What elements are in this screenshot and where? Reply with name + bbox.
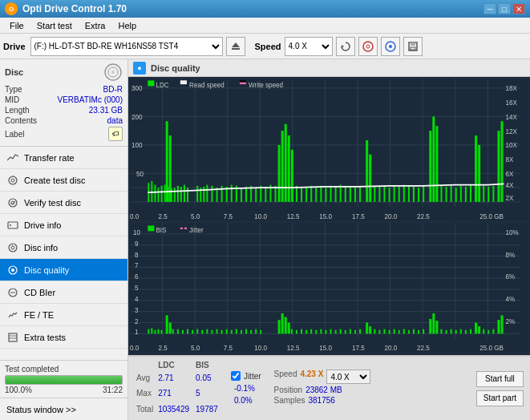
disc-label-icon: 🏷 bbox=[108, 127, 123, 141]
progress-label-row: Test completed bbox=[5, 365, 123, 374]
svg-rect-266 bbox=[399, 329, 400, 333]
svg-rect-256 bbox=[350, 329, 351, 333]
svg-text:5.0: 5.0 bbox=[191, 212, 200, 221]
svg-rect-151 bbox=[455, 188, 457, 202]
nav-transfer-rate[interactable]: Transfer rate bbox=[0, 147, 127, 169]
burn-icon-button[interactable] bbox=[381, 37, 400, 56]
svg-text:20.0: 20.0 bbox=[384, 343, 397, 352]
svg-rect-268 bbox=[408, 329, 410, 333]
position-key: Position bbox=[274, 386, 303, 394]
svg-point-6 bbox=[389, 45, 392, 48]
refresh-button[interactable] bbox=[336, 37, 355, 56]
close-button[interactable]: ✕ bbox=[512, 3, 525, 14]
start-part-button[interactable]: Start part bbox=[476, 390, 524, 406]
svg-rect-72 bbox=[148, 80, 154, 86]
svg-point-13 bbox=[9, 176, 17, 184]
nav-verify-test-disc[interactable]: Verify test disc bbox=[0, 192, 127, 214]
drive-select[interactable]: (F:) HL-DT-ST BD-RE WH16NS58 TST4 bbox=[30, 37, 223, 56]
svg-rect-115 bbox=[285, 124, 287, 202]
menu-file[interactable]: File bbox=[3, 19, 30, 32]
svg-text:8X: 8X bbox=[506, 155, 514, 164]
max-row: Max 271 5 bbox=[135, 386, 225, 401]
svg-text:100: 100 bbox=[131, 141, 143, 150]
svg-rect-273 bbox=[432, 313, 435, 333]
svg-text:6: 6 bbox=[135, 272, 139, 281]
stats-row: LDC BIS Avg 2.71 0.05 Max 271 bbox=[128, 356, 530, 420]
save-icon-button[interactable] bbox=[403, 37, 423, 56]
svg-rect-116 bbox=[288, 135, 290, 202]
bis-chart: 10 9 8 7 6 5 4 3 2 1 10% 8% 6% 4% 2% bbox=[130, 223, 528, 352]
nav-create-test-disc[interactable]: Create test disc bbox=[0, 169, 127, 192]
avg-bis: 0.05 bbox=[194, 370, 225, 386]
nav-extra-tests[interactable]: Extra tests bbox=[0, 326, 127, 349]
svg-rect-153 bbox=[465, 187, 467, 202]
svg-rect-150 bbox=[451, 186, 452, 202]
svg-rect-30 bbox=[130, 79, 528, 221]
avg-row: Avg 2.71 0.05 bbox=[135, 370, 225, 386]
svg-text:2.5: 2.5 bbox=[159, 343, 168, 352]
status-window-button[interactable]: Status window >> bbox=[0, 398, 127, 420]
svg-rect-260 bbox=[369, 326, 371, 333]
svg-rect-148 bbox=[440, 186, 442, 202]
nav-drive-info[interactable]: Drive info bbox=[0, 214, 127, 236]
svg-rect-84 bbox=[161, 186, 163, 202]
svg-text:25.0 GB: 25.0 GB bbox=[479, 212, 504, 221]
jitter-checkbox[interactable] bbox=[231, 371, 241, 381]
svg-rect-217 bbox=[157, 329, 159, 333]
svg-marker-0 bbox=[232, 42, 240, 47]
svg-rect-85 bbox=[164, 185, 166, 202]
svg-rect-255 bbox=[345, 329, 346, 333]
nav-transfer-rate-label: Transfer rate bbox=[24, 153, 75, 163]
svg-rect-122 bbox=[315, 187, 317, 202]
disc-section-title: Disc bbox=[5, 67, 23, 77]
nav-disc-info[interactable]: i Disc info bbox=[0, 236, 127, 259]
svg-rect-137 bbox=[389, 188, 390, 202]
disc-length-row: Length 23.31 GB bbox=[5, 106, 123, 115]
svg-rect-157 bbox=[483, 186, 484, 202]
svg-rect-162 bbox=[130, 223, 528, 352]
svg-rect-277 bbox=[451, 329, 452, 333]
svg-rect-214 bbox=[148, 329, 149, 333]
svg-text:14X: 14X bbox=[506, 112, 518, 121]
svg-text:200: 200 bbox=[131, 112, 143, 121]
svg-rect-135 bbox=[378, 187, 380, 202]
disc-quality-header: ● Disc quality bbox=[128, 59, 530, 77]
position-row: Position 23862 MB bbox=[274, 386, 371, 394]
svg-rect-152 bbox=[460, 186, 462, 202]
minimize-button[interactable]: ─ bbox=[483, 3, 496, 14]
nav-cd-bier[interactable]: CD BIer bbox=[0, 281, 127, 304]
nav-disc-quality[interactable]: Disc quality bbox=[0, 259, 127, 281]
svg-text:50: 50 bbox=[136, 169, 144, 178]
svg-rect-90 bbox=[180, 187, 182, 202]
svg-rect-231 bbox=[221, 329, 223, 333]
cd-bier-icon bbox=[6, 286, 19, 299]
svg-rect-93 bbox=[166, 121, 168, 202]
svg-rect-221 bbox=[172, 329, 174, 333]
start-full-button[interactable]: Start full bbox=[476, 371, 524, 387]
maximize-button[interactable]: □ bbox=[498, 3, 511, 14]
svg-rect-264 bbox=[389, 329, 390, 333]
svg-text:8: 8 bbox=[135, 250, 139, 259]
svg-rect-245 bbox=[296, 329, 297, 333]
menu-extra[interactable]: Extra bbox=[79, 19, 112, 32]
progress-label: Test completed bbox=[5, 365, 59, 374]
svg-text:5.0: 5.0 bbox=[191, 343, 200, 352]
speed-select[interactable]: 4.0 X bbox=[285, 37, 333, 56]
svg-rect-128 bbox=[345, 186, 346, 202]
eject-button[interactable] bbox=[226, 37, 245, 56]
menu-start-test[interactable]: Start test bbox=[30, 19, 79, 32]
svg-rect-210 bbox=[148, 225, 154, 231]
progress-bar-outer bbox=[5, 375, 123, 385]
speed-target-select[interactable]: 4.0 X bbox=[326, 370, 370, 384]
svg-rect-246 bbox=[301, 329, 302, 333]
svg-rect-258 bbox=[359, 329, 361, 333]
svg-point-19 bbox=[10, 224, 11, 226]
svg-point-3 bbox=[363, 42, 373, 51]
create-test-disc-icon bbox=[6, 174, 19, 187]
svg-rect-275 bbox=[440, 329, 442, 333]
nav-fe-te[interactable]: FE / TE bbox=[0, 304, 127, 326]
disc-icon-button[interactable] bbox=[358, 37, 378, 56]
svg-rect-283 bbox=[478, 326, 480, 333]
menu-help[interactable]: Help bbox=[111, 19, 143, 32]
svg-text:15.0: 15.0 bbox=[319, 343, 332, 352]
